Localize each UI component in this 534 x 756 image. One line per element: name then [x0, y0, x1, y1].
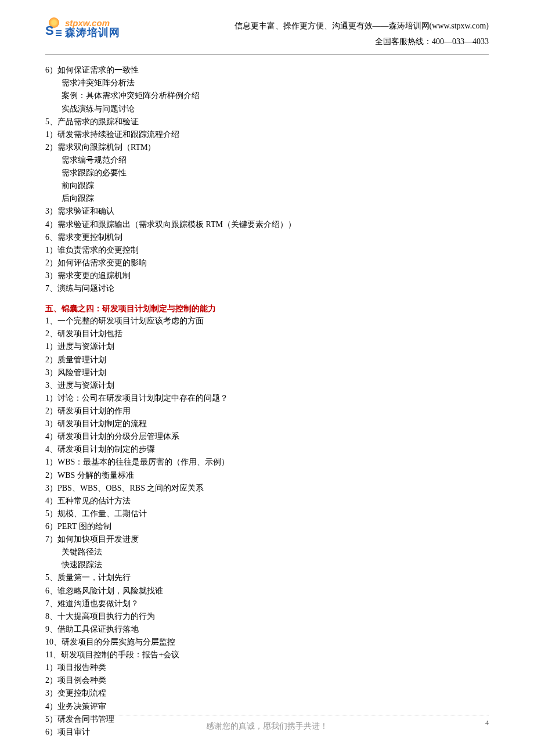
- body-line: 1）WBS：最基本的往往是最厉害的（作用、示例）: [45, 456, 489, 469]
- body-line: 6、谁忽略风险计划，风险就找谁: [45, 585, 489, 597]
- body-line: 2）如何评估需求变更的影响: [45, 257, 489, 269]
- logo-letter: S: [45, 23, 54, 38]
- body-line: 10、研发项目的分层实施与分层监控: [45, 636, 489, 649]
- body-line: 7、难道沟通也要做计划？: [45, 597, 489, 610]
- logo-url: stpxw.com: [65, 19, 120, 27]
- body-line: 5）规模、工作量、工期估计: [45, 507, 489, 520]
- body-line: 3）变更控制流程: [45, 687, 489, 700]
- body-line: 1）研发需求持续验证和跟踪流程介绍: [45, 128, 489, 141]
- body-line: 2）质量管理计划: [45, 354, 489, 366]
- body-line: 后向跟踪: [45, 192, 489, 205]
- page-header: S stpxw.com 森涛培训网 信息更丰富、操作更方便、沟通更有效——森涛培…: [45, 17, 489, 55]
- body-line: 3）风险管理计划: [45, 366, 489, 379]
- site-logo: S stpxw.com 森涛培训网: [45, 17, 120, 38]
- logo-bars-icon: [56, 29, 62, 37]
- body-line: 4）业务决策评审: [45, 700, 489, 713]
- body-line: 1）项目报告种类: [45, 661, 489, 674]
- body-line: 7）如何加快项目开发进度: [45, 533, 489, 546]
- body-line: 3）PBS、WBS、OBS、RBS 之间的对应关系: [45, 482, 489, 495]
- body-line: 案例：具体需求冲突矩阵分析样例介绍: [45, 89, 489, 102]
- body-line: 4）研发项目计划的分级分层管理体系: [45, 430, 489, 443]
- body-line: 需求跟踪的必要性: [45, 167, 489, 179]
- body-line: 5、产品需求的跟踪和验证: [45, 116, 489, 128]
- body-line: 6）如何保证需求的一致性: [45, 64, 489, 77]
- header-tagline: 信息更丰富、操作更方便、沟通更有效——森涛培训网(www.stpxw.com): [234, 19, 489, 34]
- body-line: 关键路径法: [45, 546, 489, 559]
- body-line: 7、演练与问题讨论: [45, 282, 489, 295]
- header-hotline: 全国客服热线：400—033—4033: [234, 34, 489, 50]
- body-line: 1）谁负责需求的变更控制: [45, 244, 489, 257]
- body-line: 需求冲突矩阵分析法: [45, 77, 489, 89]
- body-line: 3）需求验证和确认: [45, 205, 489, 218]
- body-line: 需求编号规范介绍: [45, 154, 489, 167]
- body-line: 2）项目例会种类: [45, 674, 489, 687]
- body-line: 4）需求验证和跟踪输出（需求双向跟踪模板 RTM（关键要素介绍））: [45, 218, 489, 231]
- logo-cn: 森涛培训网: [65, 27, 120, 38]
- body-line: 3）需求变更的追踪机制: [45, 269, 489, 282]
- body-line: 2）需求双向跟踪机制（RTM）: [45, 141, 489, 154]
- body-line: 前向跟踪: [45, 179, 489, 192]
- body-line: 5、质量第一，计划先行: [45, 571, 489, 584]
- document-body: 6）如何保证需求的一致性需求冲突矩阵分析法案例：具体需求冲突矩阵分析样例介绍实战…: [45, 64, 489, 739]
- body-line: 6）PERT 图的绘制: [45, 520, 489, 533]
- section-5-heading: 五、锦囊之四：研发项目计划制定与控制的能力: [45, 302, 489, 315]
- footer-text: 感谢您的真诚，愿我们携手共进！: [206, 721, 328, 732]
- body-line: 9、借助工具保证执行落地: [45, 623, 489, 636]
- body-line: 1）讨论：公司在研发项目计划制定中存在的问题？: [45, 392, 489, 405]
- body-line: 11、研发项目控制的手段：报告+会议: [45, 649, 489, 661]
- body-line: 6、需求变更控制机制: [45, 231, 489, 244]
- body-line: 实战演练与问题讨论: [45, 103, 489, 116]
- body-line: 1）进度与资源计划: [45, 340, 489, 353]
- page-footer: 感谢您的真诚，愿我们携手共进！ 4: [45, 715, 489, 732]
- body-line: 3）研发项目计划制定的流程: [45, 417, 489, 430]
- body-line: 3、进度与资源计划: [45, 379, 489, 392]
- logo-mark: S: [45, 17, 63, 38]
- body-line: 8、十大提高项目执行力的行为: [45, 610, 489, 623]
- body-line: 2、研发项目计划包括: [45, 327, 489, 340]
- page-number: 4: [485, 719, 489, 728]
- body-line: 4、研发项目计划的制定的步骤: [45, 443, 489, 456]
- body-line: 2）研发项目计划的作用: [45, 405, 489, 417]
- body-line: 1、一个完整的研发项目计划应该考虑的方面: [45, 315, 489, 327]
- body-line: 2）WBS 分解的衡量标准: [45, 469, 489, 482]
- body-line: 快速跟踪法: [45, 559, 489, 571]
- body-line: 4）五种常见的估计方法: [45, 495, 489, 507]
